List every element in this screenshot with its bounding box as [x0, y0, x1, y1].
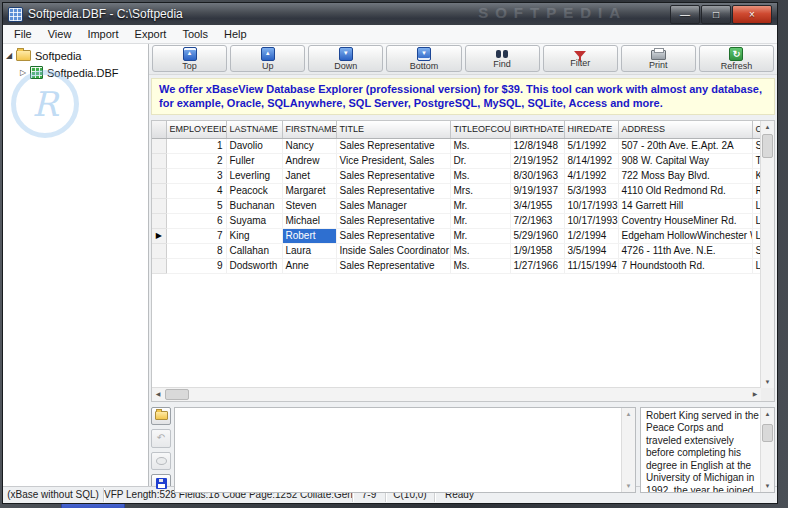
print-button[interactable]: Print — [621, 45, 696, 72]
blob-scrollbar[interactable]: ▲ ▼ — [621, 408, 635, 492]
filter-button[interactable]: Filter — [543, 45, 618, 72]
grid-cell[interactable]: 4/1/1992 — [564, 168, 618, 183]
load-blob-button[interactable] — [151, 407, 171, 426]
minimize-button[interactable]: — — [670, 5, 700, 24]
grid-cell[interactable]: Callahan — [226, 243, 282, 258]
grid-cell[interactable]: 3/5/1994 — [564, 243, 618, 258]
grid-cell[interactable]: Robert — [282, 228, 336, 243]
grid-cell[interactable]: Anne — [282, 258, 336, 273]
grid-cell[interactable]: Mr. — [450, 198, 510, 213]
grid-cell[interactable]: 908 W. Capital Way — [618, 153, 752, 168]
grid-cell[interactable]: Ms. — [450, 258, 510, 273]
grid-cell[interactable]: Mr. — [450, 213, 510, 228]
horizontal-scroll-thumb[interactable] — [165, 389, 189, 400]
grid-cell[interactable]: 722 Moss Bay Blvd. — [618, 168, 752, 183]
grid-cell[interactable]: 1/9/1958 — [510, 243, 564, 258]
grid-cell[interactable]: Laura — [282, 243, 336, 258]
grid-cell[interactable]: 7 Houndstooth Rd. — [618, 258, 752, 273]
clear-blob-button[interactable] — [151, 452, 171, 471]
grid-vertical-scrollbar[interactable]: ▲ ▼ — [760, 121, 774, 388]
grid-cell[interactable]: Sales Manager — [336, 198, 450, 213]
grid-cell[interactable]: Dodsworth — [226, 258, 282, 273]
grid-cell[interactable]: Michael — [282, 213, 336, 228]
row-selector[interactable] — [152, 213, 166, 228]
top-button[interactable]: Top — [152, 45, 227, 72]
row-selector[interactable] — [152, 258, 166, 273]
grid-cell[interactable]: 5/29/1960 — [510, 228, 564, 243]
grid-cell[interactable]: 5 — [166, 198, 226, 213]
row-selector[interactable] — [152, 168, 166, 183]
menu-item-help[interactable]: Help — [216, 27, 255, 41]
grid-cell[interactable]: Sales Representative — [336, 228, 450, 243]
tree-item-softpedia[interactable]: ◢ Softpedia — [3, 47, 148, 64]
grid-cell[interactable]: Buchanan — [226, 198, 282, 213]
memo-scroll-thumb[interactable] — [762, 424, 773, 442]
row-selector[interactable] — [152, 138, 166, 153]
grid-cell[interactable]: Mr. — [450, 228, 510, 243]
column-header-lastname[interactable]: LASTNAME — [226, 121, 282, 139]
scroll-right-icon[interactable]: ▶ — [749, 388, 761, 401]
grid-cell[interactable]: Steven — [282, 198, 336, 213]
maximize-button[interactable]: □ — [701, 5, 731, 24]
grid-cell[interactable]: Janet — [282, 168, 336, 183]
grid-cell[interactable]: 8/14/1992 — [564, 153, 618, 168]
grid-cell[interactable]: Peacock — [226, 183, 282, 198]
grid-cell[interactable]: 1/2/1994 — [564, 228, 618, 243]
grid-cell[interactable]: Suyama — [226, 213, 282, 228]
grid-cell[interactable]: 5/3/1993 — [564, 183, 618, 198]
grid-cell[interactable]: 8 — [166, 243, 226, 258]
grid-cell[interactable]: 4726 - 11th Ave. N.E. — [618, 243, 752, 258]
grid-cell[interactable]: 3 — [166, 168, 226, 183]
row-selector[interactable] — [152, 153, 166, 168]
menu-item-file[interactable]: File — [6, 27, 40, 41]
grid-cell[interactable]: Vice President, Sales — [336, 153, 450, 168]
grid-cell[interactable]: Sales Representative — [336, 168, 450, 183]
grid-cell[interactable]: King — [226, 228, 282, 243]
up-button[interactable]: Up — [230, 45, 305, 72]
grid-cell[interactable]: 10/17/1993 — [564, 198, 618, 213]
grid-cell[interactable]: Margaret — [282, 183, 336, 198]
bottom-button[interactable]: Bottom — [386, 45, 461, 72]
column-header-employeeid[interactable]: EMPLOYEEID — [166, 121, 226, 139]
grid-cell[interactable]: 7 — [166, 228, 226, 243]
row-selector[interactable] — [152, 198, 166, 213]
grid-cell[interactable]: 1 — [166, 138, 226, 153]
find-button[interactable]: Find — [465, 45, 540, 72]
grid-cell[interactable]: 12/8/1948 — [510, 138, 564, 153]
scroll-down-icon[interactable]: ▼ — [761, 480, 774, 492]
grid-cell[interactable]: Inside Sales Coordinator — [336, 243, 450, 258]
grid-cell[interactable]: 5/1/1992 — [564, 138, 618, 153]
grid-cell[interactable]: 10/17/1993 — [564, 213, 618, 228]
grid-horizontal-scrollbar[interactable]: ◀ ▶ — [152, 387, 761, 401]
scroll-up-icon[interactable]: ▲ — [622, 408, 635, 420]
grid-cell[interactable]: Sales Representative — [336, 183, 450, 198]
grid-cell[interactable]: Sales Representative — [336, 138, 450, 153]
column-header-titleofcou[interactable]: TITLEOFCOU — [450, 121, 510, 139]
grid-cell[interactable]: 8/30/1963 — [510, 168, 564, 183]
grid-cell[interactable]: 507 - 20th Ave. E.Apt. 2A — [618, 138, 752, 153]
menu-item-tools[interactable]: Tools — [174, 27, 216, 41]
grid-cell[interactable]: Ms. — [450, 138, 510, 153]
grid-cell[interactable]: 3/4/1955 — [510, 198, 564, 213]
column-header-firstname[interactable]: FIRSTNAME — [282, 121, 336, 139]
grid-cell[interactable]: Davolio — [226, 138, 282, 153]
column-header-birthdate[interactable]: BIRTHDATE — [510, 121, 564, 139]
grid-cell[interactable]: 2/19/1952 — [510, 153, 564, 168]
memo-field[interactable]: Robert King served in the Peace Corps an… — [641, 408, 761, 492]
row-selector[interactable] — [152, 243, 166, 258]
grid-cell[interactable]: 2 — [166, 153, 226, 168]
grid-cell[interactable]: Sales Representative — [336, 213, 450, 228]
grid-cell[interactable]: 1/27/1966 — [510, 258, 564, 273]
scroll-down-icon[interactable]: ▼ — [622, 480, 635, 492]
grid-cell[interactable]: Mrs. — [450, 183, 510, 198]
grid-cell[interactable]: 4110 Old Redmond Rd. — [618, 183, 752, 198]
blob-preview-panel[interactable]: ▲ ▼ — [174, 407, 636, 493]
grid-cell[interactable]: Andrew — [282, 153, 336, 168]
memo-scrollbar[interactable]: ▲ ▼ — [760, 408, 774, 492]
scroll-left-icon[interactable]: ◀ — [152, 388, 164, 401]
grid-cell[interactable]: Sales Representative — [336, 258, 450, 273]
vertical-scroll-thumb[interactable] — [762, 134, 773, 158]
column-header-address[interactable]: ADDRESS — [618, 121, 752, 139]
scroll-up-icon[interactable]: ▲ — [761, 408, 774, 420]
grid-cell[interactable]: 9 — [166, 258, 226, 273]
